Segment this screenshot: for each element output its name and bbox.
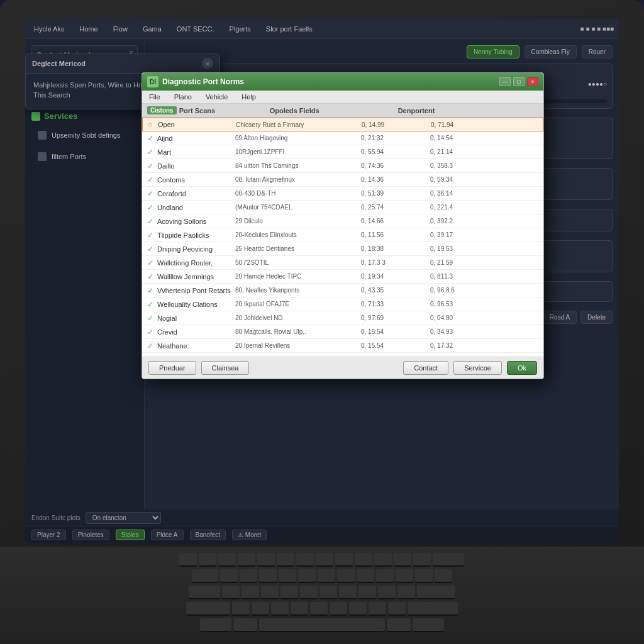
table-row[interactable]: ✓ Wellouality Clations 20 Ikparial OFAJ7… <box>142 297 543 311</box>
bottom-select[interactable]: On elancton Off Auto <box>86 512 161 524</box>
key[interactable] <box>369 602 386 616</box>
table-row[interactable]: ✓ Cerafortd 00-430 D&-TH 0, 51:39 0, 36.… <box>142 187 543 201</box>
table-row[interactable]: ✓ Wallctiong Rouler, 50 /'2SOTIL 0, 17.3… <box>142 256 543 270</box>
key[interactable] <box>337 569 355 583</box>
menu-home[interactable]: Home <box>75 24 101 34</box>
key[interactable] <box>374 553 392 567</box>
key[interactable] <box>218 553 236 567</box>
table-row[interactable]: ○ Open Chlosery Ruet a Firmary 0, 14.99 … <box>142 118 543 131</box>
key[interactable] <box>271 602 289 616</box>
menu-slor-port[interactable]: Slor port Faells <box>262 24 316 34</box>
key[interactable] <box>277 553 294 567</box>
key[interactable] <box>279 569 296 583</box>
key-space[interactable] <box>259 618 385 632</box>
key-caps[interactable] <box>189 586 220 599</box>
key-shift-right[interactable] <box>408 602 458 616</box>
key[interactable] <box>339 586 357 599</box>
key[interactable] <box>242 586 259 599</box>
key[interactable] <box>396 569 413 583</box>
sidebar-item-upseinity[interactable]: Upseinity Sobt defings <box>29 126 140 145</box>
table-row[interactable]: ✓ Vvhertenip Pont Retarts 80, Neafles Yi… <box>142 284 543 297</box>
key-enter[interactable] <box>417 586 455 599</box>
maximize-button[interactable]: □ <box>513 77 525 86</box>
key[interactable] <box>435 569 452 583</box>
key[interactable] <box>358 586 376 599</box>
key[interactable] <box>261 586 279 599</box>
key[interactable] <box>199 553 216 567</box>
dialog-menu-plano[interactable]: Plano <box>172 92 194 101</box>
key[interactable] <box>415 569 433 583</box>
menu-ont-secc[interactable]: ONT SECC. <box>173 24 218 34</box>
table-row[interactable]: ✓ Dniping Peovicing 25 Heardc Dentianes … <box>142 242 543 256</box>
key[interactable] <box>222 586 240 599</box>
key[interactable] <box>238 553 255 567</box>
key[interactable] <box>257 553 275 567</box>
table-row[interactable]: ✓ Contoms 08. lutani Akgmefinux 0, 14.36… <box>142 173 543 187</box>
key[interactable] <box>394 553 411 567</box>
dialog-menu-vehicle[interactable]: Vehicle <box>204 92 230 101</box>
tab-pldce-a[interactable]: Pldce A <box>151 530 184 540</box>
key[interactable] <box>335 553 353 567</box>
sidebar-item-filtem[interactable]: filtem Ports <box>29 147 140 166</box>
close-button[interactable]: × <box>527 77 538 86</box>
table-row[interactable]: ✓ Nogial 20 Johldeivel ND 0, 97:69 0, 04… <box>142 311 543 325</box>
table-body[interactable]: ○ Open Chlosery Ruet a Firmary 0, 14.99 … <box>142 118 543 357</box>
bg-dialog-close[interactable]: × <box>202 58 213 69</box>
btn-nenny-tubing[interactable]: Nenny Tubing <box>467 45 519 58</box>
btn-servicoe[interactable]: Servicoe <box>453 361 502 375</box>
btn-clainsea[interactable]: Clainsea <box>201 361 250 375</box>
key-ctrl-right[interactable] <box>413 618 444 632</box>
key-alt-right[interactable] <box>387 618 411 632</box>
key[interactable] <box>300 586 318 599</box>
key[interactable] <box>316 553 333 567</box>
key[interactable] <box>319 586 337 599</box>
key[interactable] <box>240 569 257 583</box>
btn-ok[interactable]: Ok <box>507 361 537 375</box>
table-row[interactable]: ✓ Tlippide Paolicks 20-Keclules Elinxlou… <box>142 228 543 242</box>
key[interactable] <box>232 602 250 616</box>
key[interactable] <box>310 602 328 616</box>
key[interactable] <box>388 602 406 616</box>
key[interactable] <box>378 586 396 599</box>
tab-moret[interactable]: ⚠ Moret <box>232 530 267 540</box>
tab-player2[interactable]: Player 2 <box>31 530 66 540</box>
menu-gama[interactable]: Gama <box>139 24 165 34</box>
key-alt[interactable] <box>233 618 257 632</box>
key[interactable] <box>318 569 335 583</box>
key-tab[interactable] <box>192 569 218 583</box>
btn-contact[interactable]: Contact <box>403 361 448 375</box>
tab-pinoletes[interactable]: Pinoletes <box>72 530 109 540</box>
key[interactable] <box>349 602 367 616</box>
key[interactable] <box>357 569 374 583</box>
key[interactable] <box>259 569 277 583</box>
menu-hycle-aks[interactable]: Hycle Aks <box>30 24 68 34</box>
minimize-button[interactable]: — <box>499 77 511 86</box>
key[interactable] <box>179 553 197 567</box>
table-row[interactable]: ✓ Daillo 84 uitton Ths Carnings 0, 74:36… <box>142 159 543 173</box>
btn-rouer[interactable]: Rouer <box>582 45 613 58</box>
key[interactable] <box>355 553 372 567</box>
menu-plgerts[interactable]: Plgerts <box>226 24 255 34</box>
key[interactable] <box>376 569 394 583</box>
menu-flow[interactable]: Flow <box>109 24 131 34</box>
tab-banofect[interactable]: Banofect <box>190 530 226 540</box>
table-row[interactable]: ✓ Acoving Sollons 29 Diiculo 0, 14.66 0,… <box>142 214 543 228</box>
key[interactable] <box>280 586 298 599</box>
btn-delete[interactable]: Delete <box>580 311 613 324</box>
key[interactable] <box>397 586 415 599</box>
dialog-menu-file[interactable]: File <box>147 92 162 101</box>
key-shift-left[interactable] <box>186 602 230 616</box>
dialog-menu-help[interactable]: Help <box>240 92 258 101</box>
key[interactable] <box>296 553 314 567</box>
btn-pneduar[interactable]: Pneduar <box>148 361 196 375</box>
btn-combleas-fly[interactable]: Combleas Fly <box>525 45 577 58</box>
tab-stoles[interactable]: Stoles <box>116 530 145 540</box>
table-row[interactable]: ✓ Undland (MAuitor 754CDAEL 0, 25:74 0, … <box>142 201 543 214</box>
key[interactable] <box>298 569 316 583</box>
diagnostic-dialog[interactable]: DI Diagnostic Port Norms — □ × File Plan… <box>142 72 544 379</box>
table-row[interactable]: ✓ Mart 10RJgenl.1ZPFFI 0, 55.94 0, 21.14 <box>142 145 543 159</box>
key[interactable] <box>291 602 308 616</box>
table-row[interactable]: ✓ Neathane: 20 Ipemal Revillens 0, 15.54… <box>142 339 543 353</box>
key[interactable] <box>330 602 347 616</box>
table-row[interactable]: ✓ Aijnd 09 Alton Hlagoving 0, 21:32 0, 1… <box>142 131 543 145</box>
